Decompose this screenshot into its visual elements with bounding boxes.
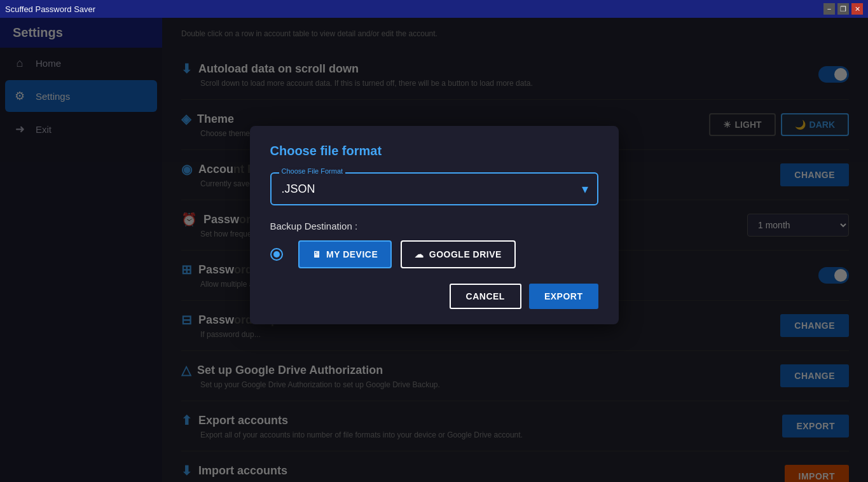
restore-button[interactable]: ❐ <box>837 3 849 15</box>
format-label: Choose File Format <box>279 167 346 175</box>
dest-buttons: 🖥 MY DEVICE ☁ GOOGLE DRIVE <box>270 240 598 268</box>
modal-cancel-button[interactable]: CANCEL <box>450 284 521 309</box>
monitor-icon: 🖥 <box>312 249 322 259</box>
my-device-radio[interactable] <box>270 248 283 261</box>
titlebar: Scuffed Password Saver − ❐ ✕ <box>0 0 868 18</box>
modal-choose-format: Choose file format Choose File Format .J… <box>250 126 619 324</box>
minimize-button[interactable]: − <box>823 3 835 15</box>
modal-title: Choose file format <box>270 144 598 158</box>
format-group: Choose File Format .JSON .CSV .XML .TXT … <box>270 172 598 205</box>
titlebar-controls: − ❐ ✕ <box>823 3 863 15</box>
format-select[interactable]: .JSON .CSV .XML .TXT <box>272 174 597 204</box>
cloud-icon: ☁ <box>415 249 424 259</box>
backup-dest-label: Backup Destination : <box>270 221 598 231</box>
google-drive-button[interactable]: ☁ GOOGLE DRIVE <box>401 240 516 268</box>
modal-export-button[interactable]: EXPORT <box>529 284 598 309</box>
close-button[interactable]: ✕ <box>851 3 863 15</box>
modal-actions: CANCEL EXPORT <box>270 284 598 309</box>
my-device-button[interactable]: 🖥 MY DEVICE <box>298 240 392 268</box>
titlebar-title: Scuffed Password Saver <box>5 4 95 14</box>
